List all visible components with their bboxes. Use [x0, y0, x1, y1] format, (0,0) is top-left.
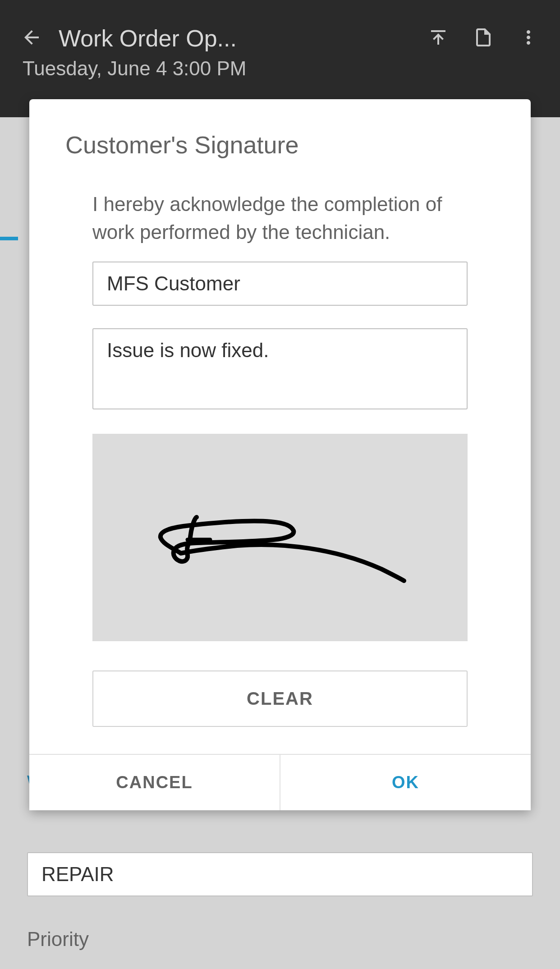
- signature-drawing-icon: [92, 434, 468, 641]
- modal-footer: CANCEL OK: [29, 754, 531, 810]
- clear-button[interactable]: CLEAR: [92, 670, 468, 727]
- customer-name-input[interactable]: [92, 262, 468, 306]
- cancel-button[interactable]: CANCEL: [29, 755, 280, 810]
- signature-pad[interactable]: [92, 434, 468, 641]
- ok-button[interactable]: OK: [280, 755, 531, 810]
- notes-textarea[interactable]: [92, 328, 468, 409]
- signature-modal: Customer's Signature I hereby acknowledg…: [29, 99, 531, 810]
- modal-title: Customer's Signature: [29, 131, 531, 159]
- acknowledgement-text: I hereby acknowledge the completion of w…: [92, 190, 468, 246]
- modal-overlay: Customer's Signature I hereby acknowledg…: [0, 0, 560, 969]
